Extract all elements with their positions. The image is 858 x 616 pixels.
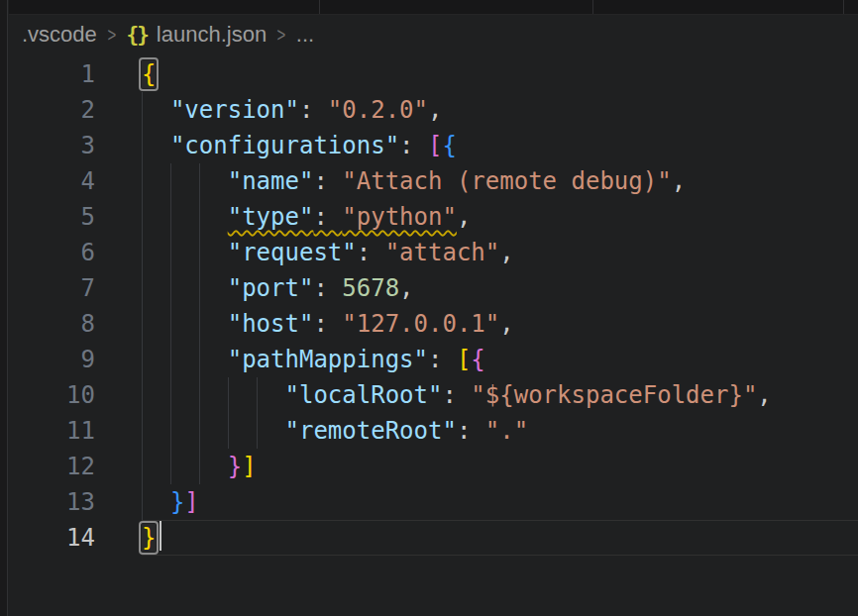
- code-line-content: "version": "0.2.0",: [142, 92, 858, 128]
- code-token: [142, 488, 170, 516]
- code-line[interactable]: 12 }]: [9, 449, 858, 484]
- code-line[interactable]: 4 "name": "Attach (remote debug)",: [9, 163, 858, 199]
- code-line-content: }]: [142, 449, 858, 484]
- line-number[interactable]: 3: [9, 128, 142, 163]
- code-token: "Attach (remote debug)": [342, 167, 671, 195]
- indent-guide: [142, 199, 143, 235]
- tab-strip[interactable]: [9, 0, 858, 15]
- code-token: ]: [184, 488, 198, 516]
- indent-guide: [170, 199, 171, 235]
- indent-guide: [199, 199, 200, 235]
- line-number[interactable]: 5: [9, 199, 142, 235]
- indent-guide: [170, 377, 171, 413]
- code-line[interactable]: 13 }]: [9, 484, 858, 520]
- indent-guide: [199, 342, 200, 377]
- indent-guide: [257, 413, 258, 449]
- code-area[interactable]: 1{2 "version": "0.2.0",3 "configurations…: [9, 54, 858, 556]
- code-line-content: "name": "Attach (remote debug)",: [142, 163, 858, 199]
- code-token: :: [399, 132, 428, 159]
- code-line[interactable]: 9 "pathMappings": [{: [9, 342, 858, 377]
- code-token: ,: [757, 381, 771, 409]
- code-token: [142, 274, 228, 302]
- tab-separator: [843, 0, 844, 14]
- code-token: "remoteRoot": [285, 417, 457, 445]
- code-line-content: "pathMappings": [{: [142, 342, 858, 377]
- code-line[interactable]: 1{: [9, 56, 858, 92]
- indent-guide: [170, 270, 171, 306]
- code-line[interactable]: 7 "port": 5678,: [9, 270, 858, 306]
- code-line[interactable]: 6 "request": "attach",: [9, 235, 858, 270]
- line-number[interactable]: 14: [9, 520, 142, 556]
- code-token: :: [442, 381, 471, 409]
- indent-guide: [142, 92, 143, 128]
- indent-guide: [257, 377, 258, 413]
- indent-guide: [142, 128, 143, 163]
- tab-separator: [592, 0, 593, 14]
- code-line[interactable]: 8 "host": "127.0.0.1",: [9, 306, 858, 342]
- code-line[interactable]: 5 "type": "python",: [9, 199, 858, 235]
- code-token: "version": [170, 96, 299, 124]
- vscode-editor-window: .vscode > {} launch.json > ... 1{2 "vers…: [0, 0, 858, 616]
- code-token: [: [428, 132, 442, 159]
- code-token: ,: [499, 310, 513, 338]
- line-number[interactable]: 6: [9, 235, 142, 270]
- code-token: ,: [672, 167, 686, 195]
- indent-guide: [170, 449, 171, 484]
- code-token: ,: [399, 274, 413, 302]
- indent-guide: [199, 235, 200, 270]
- sidebar-edge: [0, 0, 8, 616]
- code-line-content: "host": "127.0.0.1",: [142, 306, 858, 342]
- indent-guide: [142, 342, 143, 377]
- code-token: :: [428, 346, 457, 373]
- line-number[interactable]: 2: [9, 92, 142, 128]
- line-number[interactable]: 4: [9, 163, 142, 199]
- code-token: {: [471, 346, 484, 373]
- line-number[interactable]: 9: [9, 342, 142, 377]
- line-number[interactable]: 11: [9, 413, 142, 449]
- breadcrumb-folder[interactable]: .vscode: [22, 22, 97, 48]
- code-line[interactable]: 14}: [9, 520, 858, 556]
- text-cursor: [160, 521, 161, 551]
- indent-guide: [228, 413, 229, 449]
- breadcrumb: .vscode > {} launch.json > ...: [9, 15, 858, 54]
- code-token: "pathMappings": [228, 346, 428, 373]
- code-token: "attach": [385, 239, 500, 266]
- line-number[interactable]: 12: [9, 449, 142, 484]
- chevron-right-icon: >: [107, 24, 116, 47]
- line-number[interactable]: 7: [9, 270, 142, 306]
- indent-guide: [170, 342, 171, 377]
- indent-guide: [142, 235, 143, 270]
- code-token: ]: [242, 453, 256, 480]
- code-token: "request": [228, 239, 357, 266]
- code-token: }: [170, 488, 184, 516]
- line-number[interactable]: 10: [9, 377, 142, 413]
- code-token: :: [313, 274, 342, 302]
- code-token: "${workspaceFolder}": [471, 381, 757, 409]
- line-number[interactable]: 1: [9, 56, 142, 92]
- code-token: [142, 239, 228, 266]
- line-number[interactable]: 13: [9, 484, 142, 520]
- code-line[interactable]: 11 "remoteRoot": ".": [9, 413, 858, 449]
- code-line[interactable]: 3 "configurations": [{: [9, 128, 858, 163]
- code-token: "localRoot": [285, 381, 443, 409]
- code-token: ,: [428, 96, 442, 124]
- code-token: "host": [228, 310, 314, 338]
- code-token: [142, 132, 170, 159]
- code-token: [142, 346, 228, 373]
- code-token: "name": [228, 167, 314, 195]
- code-token: :: [313, 310, 342, 338]
- line-number[interactable]: 8: [9, 306, 142, 342]
- indent-guide: [199, 413, 200, 449]
- code-line[interactable]: 10 "localRoot": "${workspaceFolder}",: [9, 377, 858, 413]
- code-line[interactable]: 2 "version": "0.2.0",: [9, 92, 858, 128]
- json-file-icon: {}: [127, 23, 148, 47]
- breadcrumb-symbol-more[interactable]: ...: [296, 22, 314, 48]
- matched-bracket: }: [142, 524, 156, 552]
- code-token: {: [442, 132, 456, 159]
- breadcrumb-file[interactable]: launch.json: [157, 22, 267, 48]
- code-token: :: [313, 167, 342, 195]
- code-token: }: [228, 453, 242, 480]
- indent-guide: [142, 163, 143, 199]
- code-token: [142, 417, 285, 445]
- code-token: "port": [228, 274, 314, 302]
